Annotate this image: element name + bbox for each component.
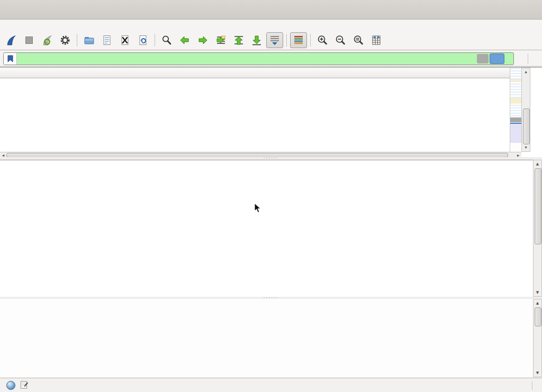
title-bar xyxy=(0,0,542,20)
restart-icon xyxy=(41,34,53,46)
minimap-band xyxy=(510,98,522,104)
capture-comment-icon[interactable] xyxy=(20,380,29,390)
file-icon xyxy=(101,34,113,46)
arrow-left-icon xyxy=(179,34,191,46)
bookmark-icon xyxy=(7,55,13,62)
zoom-out-icon xyxy=(335,34,346,46)
status-bar xyxy=(0,378,542,392)
go-to-packet-button[interactable] xyxy=(212,32,229,48)
reload-file-button[interactable] xyxy=(134,32,151,48)
toolbar-separator xyxy=(310,34,311,47)
packet-list-rows xyxy=(0,78,510,152)
close-file-button[interactable] xyxy=(116,32,133,48)
filter-bookmark-button[interactable] xyxy=(4,53,17,65)
filter-apply-button[interactable] xyxy=(490,53,504,64)
goto-packet-icon xyxy=(215,34,227,46)
packet-bytes-pane xyxy=(0,299,533,377)
folder-icon xyxy=(83,34,95,46)
gear-icon xyxy=(59,34,71,46)
scrollbar-thumb[interactable] xyxy=(535,168,541,244)
zoom-reset-icon xyxy=(353,34,364,46)
menu-bar xyxy=(0,20,542,31)
zoom-in-icon xyxy=(317,34,328,46)
expert-info-icon[interactable] xyxy=(6,381,15,390)
go-first-packet-button[interactable] xyxy=(230,32,247,48)
open-file-button[interactable] xyxy=(80,32,97,48)
toolbar-separator xyxy=(77,34,77,47)
stop-icon xyxy=(23,34,35,46)
packet-list-vscrollbar[interactable]: ▲ ▼ xyxy=(521,68,530,152)
scroll-up-arrow[interactable]: ▲ xyxy=(534,299,541,307)
minimap-band xyxy=(510,79,522,81)
resize-columns-button[interactable] xyxy=(368,32,385,48)
minimap-band xyxy=(510,124,522,143)
stop-capture-button[interactable] xyxy=(21,32,38,48)
go-forward-button[interactable] xyxy=(194,32,211,48)
minimap-band xyxy=(510,143,522,152)
scroll-up-arrow[interactable]: ▲ xyxy=(522,68,530,76)
display-filter-field[interactable] xyxy=(3,52,514,65)
arrow-up-icon xyxy=(233,34,245,46)
scrollbar-thumb[interactable] xyxy=(523,108,530,144)
filter-toolbar xyxy=(0,51,542,67)
shark-fin-icon xyxy=(5,34,17,46)
minimap-band xyxy=(510,117,522,122)
packet-details-pane xyxy=(0,160,542,298)
main-toolbar xyxy=(0,31,542,50)
search-icon xyxy=(161,34,173,46)
zoom-original-button[interactable] xyxy=(350,32,367,48)
colorize-button[interactable] xyxy=(290,32,307,48)
bytes-vscrollbar[interactable]: ▲ ▼ xyxy=(533,299,542,377)
details-vscrollbar[interactable]: ▲ ▼ xyxy=(533,160,542,297)
packet-list-header xyxy=(0,68,510,78)
scrollbar-thumb[interactable] xyxy=(535,307,541,326)
filter-dropdown-button[interactable] xyxy=(505,54,512,63)
scroll-down-arrow[interactable]: ▼ xyxy=(534,369,541,377)
toolbar-separator xyxy=(155,34,155,47)
scroll-down-arrow[interactable]: ▼ xyxy=(534,289,541,296)
resize-columns-icon xyxy=(371,34,382,46)
zoom-out-button[interactable] xyxy=(332,32,349,48)
arrow-right-icon xyxy=(197,34,209,46)
auto-scroll-button[interactable] xyxy=(266,32,283,48)
status-separator xyxy=(532,381,532,390)
colorize-icon xyxy=(293,34,304,46)
arrow-down-icon xyxy=(251,34,263,46)
wireshark-window: ▲ ▼ ◀ ▶ ······ ▲ ▼ ······ ▲ ▼ xyxy=(0,0,542,392)
intelligent-scrollbar-minimap[interactable] xyxy=(510,68,522,152)
filter-separator xyxy=(528,54,528,63)
packet-list-pane: ▲ ▼ ◀ ▶ xyxy=(0,67,542,158)
close-file-icon xyxy=(119,34,131,46)
close-window-button[interactable] xyxy=(524,4,536,15)
reload-icon xyxy=(137,34,149,46)
capture-options-button[interactable] xyxy=(57,32,74,48)
go-back-button[interactable] xyxy=(176,32,193,48)
zoom-in-button[interactable] xyxy=(314,32,331,48)
find-packet-button[interactable] xyxy=(158,32,175,48)
restart-capture-button[interactable] xyxy=(39,32,56,48)
go-last-packet-button[interactable] xyxy=(248,32,265,48)
scroll-down-arrow[interactable]: ▼ xyxy=(522,144,530,151)
toolbar-separator xyxy=(286,34,287,47)
save-file-button[interactable] xyxy=(98,32,115,48)
filter-clear-button[interactable] xyxy=(477,54,489,63)
auto-scroll-icon xyxy=(269,34,281,46)
start-capture-button[interactable] xyxy=(3,32,20,48)
scroll-up-arrow[interactable]: ▲ xyxy=(534,160,541,168)
